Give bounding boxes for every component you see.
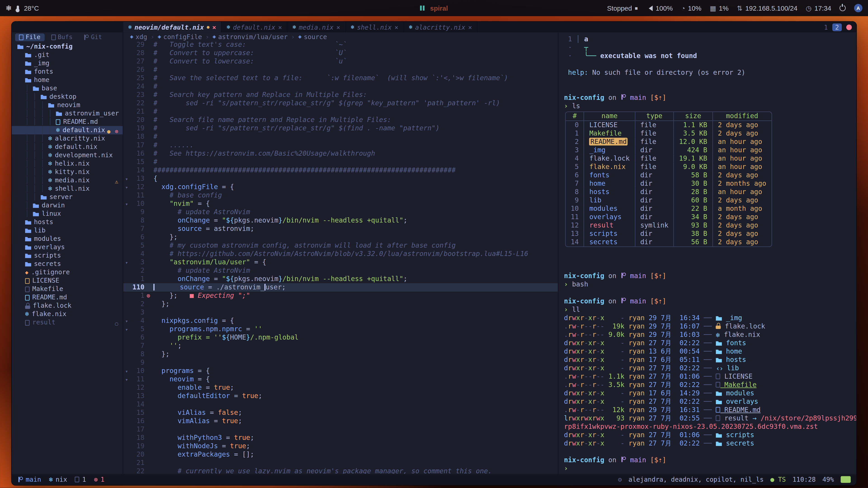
tree-item-hosts[interactable]: hosts [12,218,123,226]
tree-item-flake.lock[interactable]: flake.lock [12,302,123,310]
code-line[interactable]: 29# Toggle text's case: `~` [123,41,558,49]
code-line[interactable]: 16 vimAlias = true; [123,417,558,425]
code-line[interactable]: 4 # https://github.com/AstroNvim/AstroNv… [123,250,558,258]
tree-item-README.md[interactable]: README.md [12,293,123,302]
code-line[interactable]: 11 # base config [123,191,558,199]
code-line[interactable]: 21 [123,459,558,467]
code-line[interactable]: 3 [123,308,558,317]
tree-item-default.nix[interactable]: │ │ │ │ default.nix⊗● [12,126,123,134]
tree-item-LICENSE[interactable]: LICENSE [12,276,123,285]
tree-item-lib[interactable]: lib [12,226,123,235]
code-line[interactable]: 28# Convert to uppercase: `U` [123,49,558,57]
tree-item-home[interactable]: home [12,76,123,84]
code-line[interactable]: 20 extraPackages = []; [123,451,558,459]
code-line[interactable]: 24# [123,83,558,91]
code-line[interactable]: 17# ...... [123,141,558,149]
sidebar-tab-file[interactable]: File [15,33,44,41]
tree-item-~/nix-config[interactable]: ~/nix-config [12,42,123,51]
pause-icon[interactable] [420,4,426,12]
code-line[interactable]: 14 [123,400,558,409]
tree-item-astronvim_user[interactable]: │ │ │ │ astronvim_user [12,109,123,118]
code-line[interactable]: 1 onChange = "${pkgs.neovim}/bin/nvim --… [123,275,558,283]
tree-item-helix.nix[interactable]: │ │ │ helix.nix [12,160,123,168]
tree-item-overlays[interactable]: overlays [12,243,123,252]
code-line[interactable]: 22 # currently we use lazy.nvim as neovi… [123,467,558,474]
close-window-button[interactable] [846,24,852,30]
tree-item-modules[interactable]: modules [12,235,123,243]
git-branch[interactable]: main [18,476,41,484]
info-count[interactable]: 1 [75,476,86,484]
tree-item-scripts[interactable]: scripts [12,252,123,260]
power-icon[interactable] [839,5,846,11]
tab-alacritty-nix[interactable]: ❄ alacritty.nix × [404,22,477,32]
code-line[interactable]: ▾10 programs = { [123,367,558,375]
code-line[interactable]: ▾11 neovim = { [123,375,558,384]
code-line[interactable]: 22# sed -ri "s/pattern_str/replace_str/g… [123,99,558,107]
code-line[interactable]: 14######################################… [123,166,558,174]
tree-item-desktop[interactable]: │ │ desktop [12,93,123,101]
tree-item-kitty.nix[interactable]: │ │ │ kitty.nix [12,168,123,176]
code-line[interactable]: ▾4 nixpkgs.config = { [123,317,558,325]
tree-item-.git[interactable]: .git [12,51,123,59]
nixos-logo-icon[interactable]: ❄ [6,4,12,12]
code-line[interactable]: 12 enable = true; [123,384,558,392]
tree-item-base[interactable]: │ base [12,84,123,93]
code-line[interactable]: 2 # update AstroNvim [123,267,558,275]
tree-item-fonts[interactable]: fonts [12,68,123,76]
close-tab-icon[interactable]: × [468,23,472,31]
volume-module[interactable]: 100% [646,4,673,12]
tab-shell-nix[interactable]: ❄ shell.nix × [346,22,404,32]
tree-item-alacritty.nix[interactable]: │ │ │ alacritty.nix [12,134,123,143]
tree-item-server[interactable]: │ │ server [12,193,123,201]
code-line[interactable]: 18# [123,133,558,141]
code-line[interactable]: ▾10 "nvim" = { [123,199,558,208]
code-line[interactable]: 19 withNodeJs = true; [123,442,558,451]
tree-item-result[interactable]: result○ [12,318,123,327]
code-line[interactable]: 25# Save the selected text to a file: `:… [123,74,558,83]
code-line[interactable]: 7 source = astronvim; [123,225,558,233]
code-line[interactable]: 26# [123,66,558,74]
tree-item-neovim[interactable]: │ │ │ neovim [12,101,123,109]
code-line[interactable]: 9 # update AstroNvim [123,208,558,217]
tree-item-linux[interactable]: │ linux [12,210,123,218]
code-line[interactable]: 19# sed -ri "s/pattern_str/replace_str/g… [123,124,558,133]
tab-page-1[interactable]: 1 [824,23,828,31]
code-line[interactable]: ▾5 programs.npm.npmrc = '' [123,325,558,333]
close-tab-icon[interactable]: × [336,23,340,31]
tree-item-_img[interactable]: _img [12,59,123,68]
code-line[interactable]: 9 [123,359,558,367]
code-line[interactable]: 1⊗ }; ■ Expecting ";" [123,292,558,300]
code-line[interactable]: 23# Search key pattern and Replace in Mu… [123,91,558,99]
code-line[interactable]: 15 viAlias = false; [123,409,558,417]
code-line[interactable]: 6 }; [123,233,558,241]
code-line[interactable]: 8 }; [123,350,558,359]
tab-default-nix[interactable]: ❄ default.nix × [222,22,288,32]
code-line[interactable]: 15# [123,158,558,166]
tree-item-development.nix[interactable]: │ │ │ development.nix [12,151,123,160]
user-badge[interactable]: A [854,4,862,12]
tree-item-.gitignore[interactable]: .gitignore [12,268,123,276]
tab-page-2[interactable]: 2 [832,23,842,31]
close-tab-icon[interactable]: × [278,23,282,31]
code-line[interactable]: 5 # my cusotom astronvim config, astronv… [123,241,558,250]
code-line[interactable]: 13 defaultEditor = true; [123,392,558,400]
error-count[interactable]: ⊗ 1 [94,476,104,484]
tree-item-secrets[interactable]: secrets [12,260,123,268]
code-area[interactable]: 29# Toggle text's case: `~`28# Convert t… [123,41,558,474]
code-line[interactable]: 17 [123,425,558,434]
code-line[interactable]: ▾3 "astronvim/lua/user" = { [123,258,558,267]
tree-item-darwin[interactable]: │ darwin [12,201,123,210]
code-line[interactable]: 16# See https://astronvim.com/Basic%20Us… [123,149,558,158]
code-line[interactable]: 18 withPython3 = true; [123,434,558,442]
tab-neovim-default-nix[interactable]: ❄ neovim/default.nix ● × [123,22,221,32]
code-line[interactable]: ▾13{ [123,174,558,183]
tree-item-shell.nix[interactable]: │ │ │ shell.nix [12,185,123,193]
tree-item-flake.nix[interactable]: flake.nix [12,310,123,318]
tree-item-media.nix[interactable]: │ │ │ media.nix⚠ [12,176,123,185]
code-line[interactable]: 6 prefix = ''${HOME}/.npm-global [123,333,558,342]
code-line[interactable]: 27# Convert to lowercase: `u` [123,57,558,66]
code-line[interactable]: 7 ''; [123,342,558,350]
close-tab-icon[interactable]: × [395,23,398,31]
tree-item-README.md[interactable]: │ │ │ │ README.md [12,118,123,126]
code-line[interactable]: 8 onChange = "${pkgs.neovim}/bin/nvim --… [123,217,558,225]
